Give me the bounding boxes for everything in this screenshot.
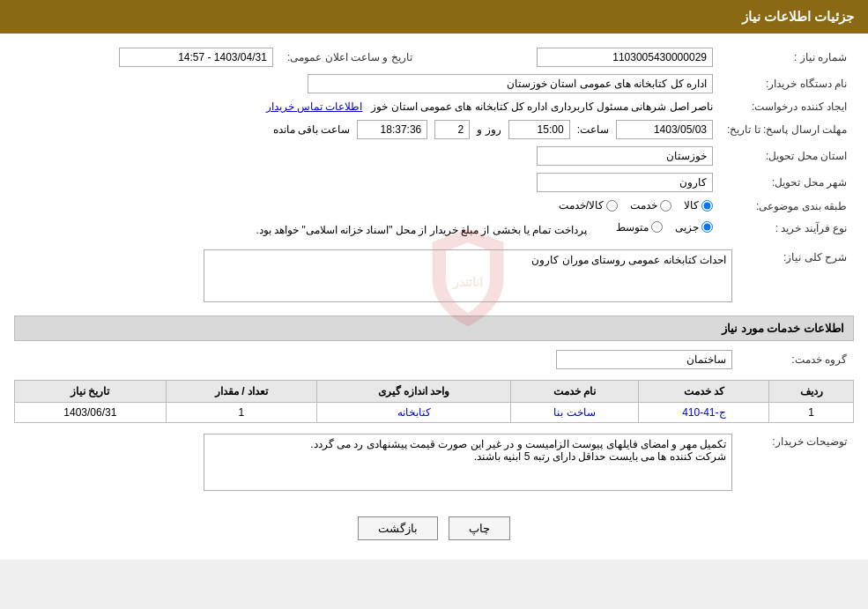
- mohlet-rooz-label: روز و: [477, 123, 501, 136]
- group-label: گروه خدمت:: [739, 346, 854, 373]
- cell-kod: ج-41-410: [639, 403, 769, 423]
- cell-tarikh: 1403/06/31: [15, 403, 167, 423]
- col-radif: ردیف: [769, 381, 854, 403]
- radio-mota-label: متوسط: [616, 221, 649, 234]
- shahr-input[interactable]: [537, 173, 713, 192]
- back-button[interactable]: بازگشت: [358, 516, 438, 540]
- mohlet-date-input[interactable]: [616, 120, 713, 139]
- dastgah-label: نام دستگاه خریدار:: [720, 71, 854, 97]
- dastgah-value: [14, 71, 720, 97]
- col-nam: نام خدمت: [510, 381, 639, 403]
- tarighe-value: کالا/خدمت خدمت کالا: [14, 196, 720, 218]
- row-tarighe: طبقه بندی موضوعی: کالا/خدمت خدمت: [14, 196, 854, 218]
- col-kod: کد خدمت: [639, 381, 769, 403]
- row-ostan: استان محل تحویل:: [14, 143, 854, 169]
- radio-kala-khedmat-label: کالا/خدمت: [559, 199, 604, 212]
- mohlet-rooz-input[interactable]: [434, 120, 470, 139]
- ostan-value: [14, 143, 720, 169]
- row-tosih: توضیحات خریدار: document.querySelector('…: [14, 430, 854, 497]
- radio-kala-label: کالا: [684, 199, 699, 212]
- tosih-table: توضیحات خریدار: document.querySelector('…: [14, 430, 854, 497]
- table-row: 1 ج-41-410 ساخت بنا کتابخانه 1 1403/06/3…: [15, 403, 854, 423]
- info-table: شماره نیاز : تاریخ و ساعت اعلان عمومی: ن…: [14, 44, 854, 239]
- sharh-textarea[interactable]: [204, 249, 732, 302]
- tarikh-input[interactable]: [119, 48, 273, 67]
- radio-mota-input[interactable]: [651, 221, 663, 233]
- radio-khedmat-input[interactable]: [660, 200, 671, 212]
- services-header-text: اطلاعات خدمات مورد نیاز: [722, 322, 844, 335]
- radio-kala-khedmat-input[interactable]: [606, 200, 618, 212]
- row-group: گروه خدمت:: [14, 346, 854, 373]
- radio-jozi-label: جزیی: [675, 221, 699, 234]
- row-shahr: شهر محل تحویل:: [14, 169, 854, 196]
- ijad-link[interactable]: اطلاعات تماس خریدار: [266, 100, 363, 113]
- radio-khedmat[interactable]: خدمت: [630, 199, 671, 212]
- row-nooe: نوع فرآیند خرید : متوسط جزیی: [14, 218, 854, 240]
- col-tarikh: تاریخ نیاز: [15, 381, 167, 403]
- nooe-desc: پرداخت تمام یا بخشی از مبلغ خریدار از مح…: [256, 223, 586, 235]
- radio-kala[interactable]: کالا: [684, 199, 713, 212]
- mohlet-label: مهلت ارسال پاسخ: تا تاریخ:: [720, 116, 854, 143]
- group-value: [14, 346, 739, 373]
- cell-vahed: کتابخانه: [317, 403, 511, 423]
- print-button[interactable]: چاپ: [449, 516, 510, 540]
- button-area: چاپ بازگشت: [14, 504, 854, 549]
- mohlet-saat-input[interactable]: [508, 120, 570, 139]
- ijad-value: ناصر اصل شرهانی مسئول کاربرداری اداره کل…: [14, 97, 720, 116]
- cell-tedad: 1: [166, 403, 317, 423]
- ijad-label: ایجاد کننده درخواست:: [720, 97, 854, 116]
- services-table: ردیف کد خدمت نام خدمت واحد اندازه گیری ت…: [14, 380, 854, 423]
- shomara-value: [419, 44, 720, 71]
- tarikh-label: تاریخ و ساعت اعلان عمومی:: [280, 44, 419, 71]
- tarighe-label: طبقه بندی موضوعی:: [720, 196, 854, 218]
- shomara-label: شماره نیاز :: [720, 44, 854, 71]
- services-section-header: اطلاعات خدمات مورد نیاز: [14, 316, 854, 341]
- radio-jozi[interactable]: جزیی: [675, 221, 713, 234]
- radio-khedmat-label: خدمت: [630, 199, 657, 212]
- mohlet-value: ساعت: روز و ساعت باقی مانده: [14, 116, 720, 143]
- col-vahed: واحد اندازه گیری: [317, 381, 511, 403]
- radio-kala-input[interactable]: [701, 200, 713, 212]
- nooe-value: متوسط جزیی پرداخت تمام یا بخشی از مبلغ خ…: [14, 218, 720, 240]
- sharh-value: اناتندر document.querySelector('[data-na…: [14, 246, 739, 308]
- col-tedad: تعداد / مقدار: [166, 381, 317, 403]
- tosih-label: توضیحات خریدار:: [739, 430, 854, 497]
- sharh-table: شرح کلی نیاز: اناتندر: [14, 246, 854, 308]
- page-header: جزئیات اطلاعات نیاز: [0, 0, 868, 33]
- row-dastgah: نام دستگاه خریدار:: [14, 71, 854, 97]
- cell-nam: ساخت بنا: [510, 403, 639, 423]
- radio-jozi-input[interactable]: [701, 221, 713, 233]
- sharh-label: شرح کلی نیاز:: [739, 246, 854, 308]
- ostan-label: استان محل تحویل:: [720, 143, 854, 169]
- shahr-label: شهر محل تحویل:: [720, 169, 854, 196]
- row-shomara: شماره نیاز : تاریخ و ساعت اعلان عمومی:: [14, 44, 854, 71]
- row-ijad: ایجاد کننده درخواست: ناصر اصل شرهانی مسئ…: [14, 97, 854, 116]
- row-mohlet: مهلت ارسال پاسخ: تا تاریخ: ساعت: روز و س…: [14, 116, 854, 143]
- tosih-value: document.querySelector('[data-name="tosi…: [14, 430, 739, 497]
- nooe-label: نوع فرآیند خرید :: [720, 218, 854, 240]
- mohlet-mande-input[interactable]: [357, 120, 427, 139]
- radio-kala-khedmat[interactable]: کالا/خدمت: [559, 199, 618, 212]
- tarikh-value: [14, 44, 280, 71]
- tosih-textarea[interactable]: [204, 434, 732, 491]
- cell-radif: 1: [769, 403, 854, 423]
- page-container: جزئیات اطلاعات نیاز شماره نیاز : تاریخ و…: [0, 0, 868, 560]
- mohlet-saat-label: ساعت:: [577, 123, 609, 136]
- dastgah-input[interactable]: [308, 74, 713, 93]
- content-area: شماره نیاز : تاریخ و ساعت اعلان عمومی: ن…: [0, 33, 868, 560]
- group-input[interactable]: [556, 350, 732, 369]
- shahr-value: [14, 169, 720, 196]
- ijad-text: ناصر اصل شرهانی مسئول کاربرداری اداره کل…: [371, 100, 713, 113]
- services-table-header-row: ردیف کد خدمت نام خدمت واحد اندازه گیری ت…: [15, 381, 854, 403]
- radio-mota[interactable]: متوسط: [616, 221, 663, 234]
- group-table: گروه خدمت:: [14, 346, 854, 373]
- mohlet-mande-label: ساعت باقی مانده: [273, 123, 351, 136]
- ostan-input[interactable]: [537, 146, 713, 166]
- shomara-input[interactable]: [537, 48, 713, 67]
- page-title: جزئیات اطلاعات نیاز: [742, 9, 854, 24]
- row-sharh: شرح کلی نیاز: اناتندر: [14, 246, 854, 308]
